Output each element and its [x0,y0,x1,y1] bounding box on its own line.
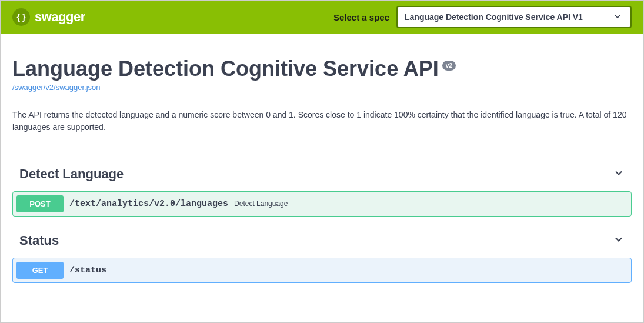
operation-post-languages[interactable]: POST /text/analytics/v2.0/languages Dete… [12,191,632,217]
method-badge: GET [16,262,64,279]
spec-selector-label: Select a spec [333,12,389,22]
logo-text: swagger [35,9,85,25]
operation-get-status[interactable]: GET /status [12,258,632,283]
api-title: Language Detection Cognitive Service API [12,57,439,81]
topbar: { } swagger Select a spec Language Detec… [1,1,643,34]
spec-selector[interactable]: Language Detection Cognitive Service API… [396,6,632,28]
operation-summary: Detect Language [234,199,288,208]
swagger-logo-icon: { } [12,8,30,26]
api-description: The API returns the detected language an… [12,109,632,134]
tag-section-detect-language: Detect Language POST /text/analytics/v2.… [12,167,632,217]
tag-header-status[interactable]: Status [12,233,632,253]
tag-header-detect-language[interactable]: Detect Language [12,167,632,187]
version-badge: v2 [442,61,456,71]
tag-section-status: Status GET /status [12,233,632,283]
tag-name: Status [19,233,59,248]
spec-url-link[interactable]: /swagger/v2/swagger.json [12,83,101,92]
chevron-down-icon [613,167,625,181]
tag-name: Detect Language [19,167,124,182]
main-content: Language Detection Cognitive Service API… [1,34,643,295]
spec-selector-value: Language Detection Cognitive Service API… [405,12,583,22]
chevron-down-icon [612,11,623,24]
chevron-down-icon [613,234,625,248]
logo[interactable]: { } swagger [12,8,85,26]
operation-path: /text/analytics/v2.0/languages [69,199,228,209]
method-badge: POST [16,195,64,212]
operation-path: /status [69,265,106,275]
